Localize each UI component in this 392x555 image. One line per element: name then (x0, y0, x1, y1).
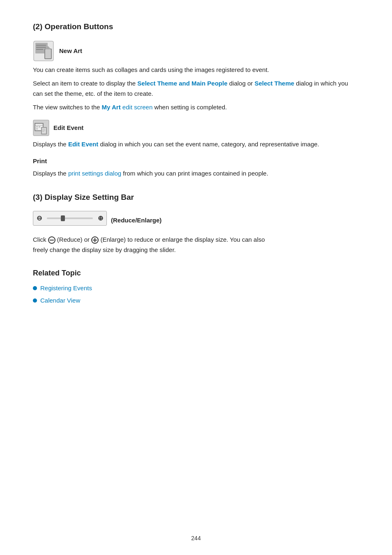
new-art-label: New Art (59, 46, 82, 56)
slider-minus-icon: ⊖ (37, 213, 42, 224)
page-content: (2) Operation Buttons (0, 0, 392, 555)
bullet-dot-icon (33, 298, 37, 303)
edit-event-row: Edit Event (33, 120, 359, 136)
section-heading-display-size: (3) Display Size Setting Bar (33, 191, 359, 204)
print-settings-dialog-link[interactable]: print settings dialog (68, 170, 121, 177)
related-topic-heading: Related Topic (33, 267, 359, 279)
calendar-view-link[interactable]: Calendar View (40, 296, 80, 305)
select-theme-link[interactable]: Select (254, 80, 272, 87)
registering-events-link[interactable]: Registering Events (40, 283, 92, 293)
new-art-icon (33, 40, 54, 62)
bullet-dot-icon (33, 286, 37, 290)
list-item: Registering Events (33, 283, 359, 293)
svg-rect-14 (36, 128, 38, 130)
edit-event-dialog-link[interactable]: Edit Event (68, 141, 98, 148)
slider-bar-row: ⊖ ⊕ (Reduce/Enlarge) (33, 211, 359, 230)
slider-track (47, 217, 93, 219)
new-art-para2: Select an item to create to display the … (33, 79, 359, 99)
section-display-size: (3) Display Size Setting Bar ⊖ ⊕ (Reduce… (33, 191, 359, 255)
edit-event-icon (33, 120, 49, 136)
related-topic-list: Registering Events Calendar View (33, 283, 359, 305)
svg-rect-13 (39, 126, 40, 127)
select-theme-link2[interactable]: Theme (274, 80, 294, 87)
print-para1: Displays the print settings dialog from … (33, 169, 359, 179)
new-art-row: New Art (33, 40, 359, 62)
new-art-para1: You can create items such as collages an… (33, 65, 359, 75)
svg-rect-3 (45, 49, 51, 58)
new-art-para3: The view switches to the My Art edit scr… (33, 102, 359, 113)
slider-bar-illustration: ⊖ ⊕ (33, 211, 107, 226)
slider-plus-icon: ⊕ (98, 213, 103, 224)
section-operation-buttons: (2) Operation Buttons (33, 21, 359, 179)
svg-rect-12 (36, 126, 38, 127)
edit-event-label: Edit Event (53, 123, 83, 133)
slider-label: (Reduce/Enlarge) (111, 215, 161, 225)
edit-event-para1: Displays the Edit Event dialog in which … (33, 139, 359, 150)
select-theme-main-people-link[interactable]: Select Theme and Main People (137, 80, 227, 87)
print-heading: Print (33, 156, 359, 166)
slider-thumb (61, 215, 65, 221)
enlarge-icon (91, 236, 99, 244)
reduce-icon (48, 236, 55, 244)
svg-rect-16 (42, 128, 46, 134)
my-art-link[interactable]: My Art (102, 104, 121, 111)
page-number: 244 (0, 534, 392, 543)
list-item: Calendar View (33, 296, 359, 305)
section-related-topic: Related Topic Registering Events Calenda… (33, 267, 359, 305)
section-heading-operation-buttons: (2) Operation Buttons (33, 21, 359, 33)
display-size-para1: Click (Reduce) or (Enlarge) to reduce or… (33, 235, 359, 255)
